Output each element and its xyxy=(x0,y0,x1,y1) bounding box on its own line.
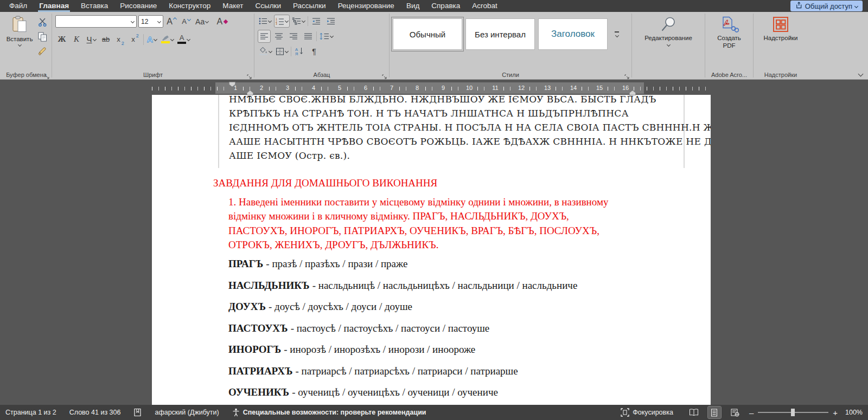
zoom-in-button[interactable]: + xyxy=(833,408,838,417)
align-left-button[interactable] xyxy=(258,30,271,43)
proofing-button[interactable] xyxy=(127,405,148,420)
language-button[interactable]: афарский (Джибути) xyxy=(148,405,225,420)
cut-button[interactable] xyxy=(38,17,47,29)
ruler-number: 2 xyxy=(256,85,267,91)
tab-mailings[interactable]: Рассылки xyxy=(287,0,332,12)
style-card-normal[interactable]: Обычный xyxy=(393,18,462,50)
tab-draw[interactable]: Рисование xyxy=(114,0,163,12)
text-effects-button[interactable]: А xyxy=(145,33,158,46)
highlight-button[interactable] xyxy=(160,33,175,46)
magnifier-icon xyxy=(660,16,676,33)
subscript-button[interactable]: x2 xyxy=(114,33,127,46)
accessibility-button[interactable]: Специальные возможности: проверьте реком… xyxy=(226,405,433,420)
tab-view[interactable]: Вид xyxy=(400,0,425,12)
create-pdf-button[interactable]: Создать PDF xyxy=(709,14,750,50)
superscript-button[interactable]: x2 xyxy=(129,33,142,46)
paragraph-group-label: Абзац xyxy=(254,72,389,78)
editing-button[interactable]: Редактирование xyxy=(635,14,701,46)
web-layout-button[interactable] xyxy=(729,406,742,418)
ruler-number: 6 xyxy=(360,85,371,91)
align-center-button[interactable] xyxy=(272,30,285,43)
document-page[interactable]: НМѢНЬЄ СВОЄ.ЖНВЫ БЛЖДЬНО. НЖДНВЪШОУ ЖЕ І… xyxy=(152,95,711,405)
word-count[interactable]: Слово 41 из 306 xyxy=(63,405,127,420)
addins-button[interactable]: Надстройки xyxy=(757,14,805,42)
answer-term: ПАСТОУХЪ xyxy=(228,322,288,334)
chevron-down-icon xyxy=(285,19,289,23)
share-button[interactable]: Общий доступ xyxy=(790,1,863,11)
tab-layout[interactable]: Макет xyxy=(216,0,249,12)
style-card-title[interactable]: Заголовок xyxy=(538,18,608,50)
chevron-down-icon xyxy=(205,20,209,23)
decrease-indent-button[interactable] xyxy=(310,15,323,28)
paragraph-dialog-launcher[interactable] xyxy=(382,72,387,77)
underline-button[interactable]: Ч xyxy=(85,33,98,46)
zoom-slider-handle[interactable] xyxy=(791,409,795,416)
superscript-small: 2 xyxy=(136,33,139,38)
share-button-label: Общий доступ xyxy=(805,2,852,10)
align-right-button[interactable] xyxy=(287,30,300,43)
ruler-number: 8 xyxy=(412,85,423,91)
task-paragraph: 1. Наведені іменники поставити у місцево… xyxy=(228,195,711,252)
shrink-font-button[interactable]: А xyxy=(180,15,193,28)
addins-group: Надстройки Надстройки xyxy=(754,12,808,79)
pilcrow-button[interactable]: ¶ xyxy=(308,45,321,58)
style-card-no-spacing[interactable]: Без интервал xyxy=(465,18,535,50)
paste-button[interactable]: Вставить xyxy=(4,14,35,69)
page-count[interactable]: Страница 1 из 2 xyxy=(5,405,63,420)
change-case-button[interactable]: Аа xyxy=(194,15,209,28)
answer-forms: - насльдьницѣ / насльдьницѣхъ / насльдьн… xyxy=(312,280,578,291)
italic-button[interactable]: К xyxy=(70,33,83,46)
font-dialog-launcher[interactable] xyxy=(247,72,252,77)
tab-home[interactable]: Главная xyxy=(33,0,75,12)
tab-file[interactable]: Файл xyxy=(3,0,33,12)
tab-acrobat[interactable]: Acrobat xyxy=(466,0,503,12)
strikethrough-button[interactable]: ab xyxy=(99,33,112,46)
answer-forms: - пастоусѣ / пастоусѣхъ / пастоуси / пас… xyxy=(291,322,490,334)
bold-button[interactable]: Ж xyxy=(55,33,68,46)
styles-dialog-launcher[interactable] xyxy=(624,72,630,77)
copy-button[interactable] xyxy=(38,32,47,44)
answer-line: ИНОРОГЪ- инорозѣ / инорозѣхъ / инорози /… xyxy=(228,344,711,355)
ribbon: Вставить Буфер обмена 1 xyxy=(0,12,868,80)
grow-font-button[interactable]: А xyxy=(165,15,178,28)
justify-button[interactable] xyxy=(302,30,315,43)
addins-label: Надстройки xyxy=(763,34,797,42)
format-painter-button[interactable] xyxy=(38,47,47,58)
tab-help[interactable]: Справка xyxy=(425,0,466,12)
numbering-button[interactable]: 123 xyxy=(274,15,290,28)
zoom-slider[interactable] xyxy=(758,412,828,413)
zoom-out-button[interactable]: – xyxy=(749,408,754,417)
font-group-label: Шрифт xyxy=(52,72,254,78)
sort-button[interactable]: АЯ xyxy=(293,45,306,58)
font-name-combobox[interactable] xyxy=(55,15,137,28)
clear-formatting-button[interactable]: А xyxy=(215,15,228,28)
answer-term: ПРАГЪ xyxy=(228,258,263,269)
focus-button[interactable]: Фокусировка xyxy=(614,405,680,420)
accessibility-person-icon xyxy=(232,408,240,417)
manuscript-image[interactable]: НМѢНЬЄ СВОЄ.ЖНВЫ БЛЖДЬНО. НЖДНВЪШОУ ЖЕ І… xyxy=(218,95,685,168)
read-mode-button[interactable] xyxy=(687,406,700,418)
tab-insert[interactable]: Вставка xyxy=(75,0,114,12)
tab-references[interactable]: Ссылки xyxy=(250,0,288,12)
decrease-indent-icon xyxy=(312,17,321,25)
clipboard-dialog-launcher[interactable] xyxy=(44,72,50,77)
line-spacing-button[interactable] xyxy=(318,30,334,43)
zoom-level[interactable]: 100% xyxy=(845,409,863,416)
tab-design[interactable]: Конструктор xyxy=(163,0,216,12)
tab-review[interactable]: Рецензирование xyxy=(332,0,400,12)
collapse-ribbon-button[interactable] xyxy=(858,72,864,77)
font-size-combobox[interactable]: 12 xyxy=(138,15,163,28)
bullets-button[interactable] xyxy=(258,15,272,28)
increase-indent-button[interactable] xyxy=(324,15,337,28)
more-styles-button[interactable] xyxy=(611,18,623,50)
multilevel-list-button[interactable] xyxy=(291,15,306,28)
borders-button[interactable] xyxy=(275,45,289,58)
print-layout-button[interactable] xyxy=(708,406,721,418)
font-color-button[interactable]: А xyxy=(176,33,191,46)
shading-button[interactable] xyxy=(258,45,273,58)
manuscript-line: АШЕ ІЄМОУ (Остр. єв.). xyxy=(229,148,684,163)
manuscript-line: ААШЕ НАСЫТНТН ЧРѢВО СВОЄОТЪ РОЖЬЦЬ. ІАЖЕ… xyxy=(229,134,684,148)
chevron-down-icon xyxy=(187,37,190,41)
editing-label: Редактирование xyxy=(644,34,692,42)
adobe-pdf-icon xyxy=(719,16,739,33)
